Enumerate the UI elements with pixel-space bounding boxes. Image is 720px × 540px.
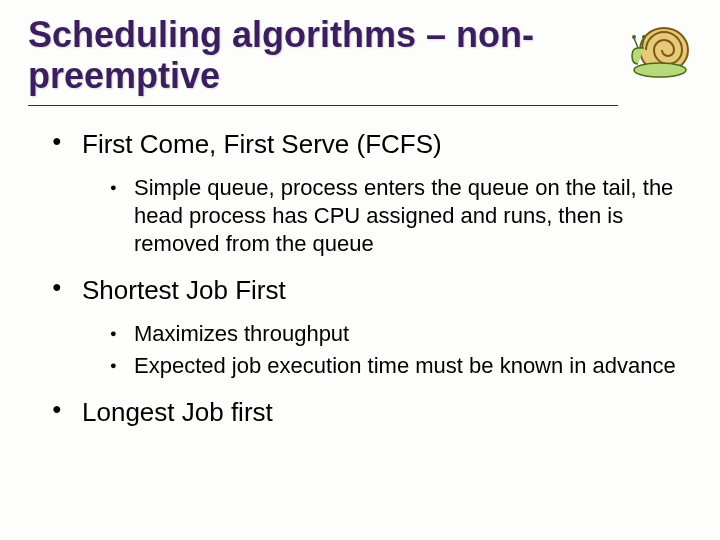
- sub-bullet: Maximizes throughput: [110, 320, 680, 348]
- bullet-sjf: Shortest Job First Maximizes throughput …: [52, 274, 680, 380]
- bullet-fcfs: First Come, First Serve (FCFS) Simple qu…: [52, 128, 680, 258]
- svg-point-1: [634, 63, 686, 77]
- sub-bullet: Expected job execution time must be know…: [110, 352, 680, 380]
- bullet-label: Longest Job first: [82, 396, 680, 430]
- slide-title: Scheduling algorithms – non-preemptive: [0, 0, 600, 105]
- bullet-ljf: Longest Job first: [52, 396, 680, 430]
- svg-point-5: [642, 35, 646, 39]
- snail-icon: [624, 14, 696, 86]
- svg-point-4: [632, 35, 636, 39]
- svg-line-2: [634, 38, 638, 48]
- sub-bullet: Simple queue, process enters the queue o…: [110, 174, 680, 258]
- bullet-label: Shortest Job First: [82, 274, 680, 308]
- slide-body: First Come, First Serve (FCFS) Simple qu…: [0, 106, 720, 430]
- bullet-label: First Come, First Serve (FCFS): [82, 128, 680, 162]
